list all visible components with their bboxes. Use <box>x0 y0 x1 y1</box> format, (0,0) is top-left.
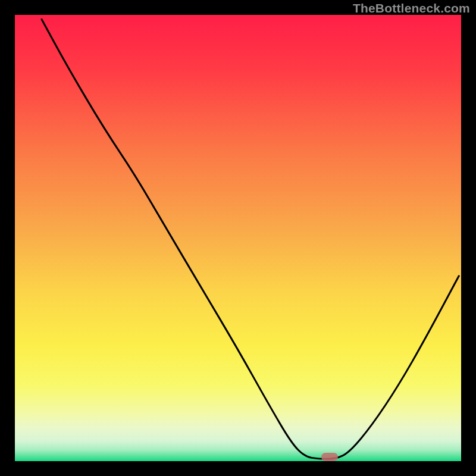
svg-rect-0 <box>15 15 461 461</box>
plot-area <box>15 15 461 461</box>
chart-root: TheBottleneck.com <box>0 0 476 476</box>
background-gradient <box>15 15 461 461</box>
watermark-text: TheBottleneck.com <box>353 1 470 15</box>
optimum-marker <box>321 453 338 461</box>
